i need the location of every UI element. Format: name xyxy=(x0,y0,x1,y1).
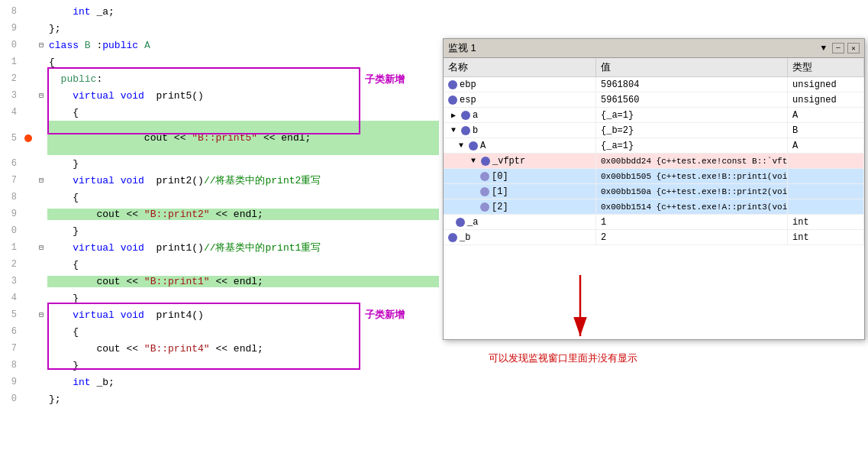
line-number: 1 xyxy=(0,242,21,253)
watch-table: 名称 值 类型 ebp 5961804 unsigned esp 59615 xyxy=(444,58,864,339)
watch-cell-name: [2] xyxy=(444,199,596,214)
code-content: } xyxy=(47,360,439,371)
watch-cell-type: unsigned xyxy=(788,77,864,92)
watch-table-header: 名称 值 类型 xyxy=(444,58,864,77)
watch-cell-name: ▼ _vfptr xyxy=(444,154,596,168)
dot-icon xyxy=(469,141,478,151)
watch-cell-type xyxy=(788,184,864,199)
watch-row-vfptr-1[interactable]: [1] 0x00bb150a {c++test.exe!B::print2(vo… xyxy=(444,184,864,199)
annotation-zilei-1: 子类新增 xyxy=(365,73,405,86)
line-number: 6 xyxy=(0,158,21,169)
watch-cell-type xyxy=(788,154,864,168)
code-line-3a: 3 ⊟ virtual void print5() xyxy=(0,87,439,104)
code-line-4b: 4 } xyxy=(0,290,439,306)
watch-cell-value: {_a=1} xyxy=(596,108,788,122)
line-number: 2 xyxy=(0,73,21,84)
watch-cell-type: A xyxy=(788,138,864,153)
watch-cell-type: int xyxy=(788,215,864,229)
code-content: cout << "B::print2" << endl; xyxy=(47,209,439,220)
dot-icon xyxy=(448,96,457,105)
watch-cell-name: esp xyxy=(444,92,596,107)
breakpoint-marker xyxy=(24,134,32,142)
watch-cell-type: int xyxy=(788,230,864,244)
breakpoint-area xyxy=(21,134,35,142)
line-number: 3 xyxy=(0,90,21,101)
watch-cell-type xyxy=(788,199,864,214)
watch-row-b-b[interactable]: _b 2 int xyxy=(444,230,864,245)
code-content: { xyxy=(47,57,439,68)
watch-cell-value: 5961560 xyxy=(596,92,788,107)
watch-row-ebp[interactable]: ebp 5961804 unsigned xyxy=(444,77,864,92)
dot-icon xyxy=(480,172,489,181)
line-number: 4 xyxy=(0,293,21,303)
code-content: }; xyxy=(47,393,439,405)
code-line-8b: 8 { xyxy=(0,189,439,206)
watch-row-vfptr[interactable]: ▼ _vfptr 0x00bbdd24 {c++test.exe!const B… xyxy=(444,154,864,169)
code-line-8: 8 int _a; xyxy=(0,3,439,20)
code-content: class B :public A xyxy=(47,40,439,51)
watch-cell-value: 0x00bb1514 {c++test.exe!A::print3(voic v… xyxy=(596,199,788,214)
collapse-icon[interactable]: ▼ xyxy=(468,156,479,167)
watch-panel: 监视 1 ▼ — ✕ 名称 值 类型 ebp 5961804 xyxy=(443,38,865,340)
collapse-icon[interactable]: ▼ xyxy=(448,125,459,136)
line-number: 8 xyxy=(0,6,21,17)
dot-icon xyxy=(481,157,490,166)
watch-row-vfptr-2[interactable]: [2] 0x00bb1514 {c++test.exe!A::print3(vo… xyxy=(444,199,864,215)
fold-collapse-icon[interactable]: ⊟ xyxy=(35,40,47,50)
line-number: 1 xyxy=(0,57,21,67)
line-number: 0 xyxy=(0,225,21,236)
annotation-zilei-2: 子类新增 xyxy=(365,308,405,322)
fold-collapse-icon[interactable]: ⊟ xyxy=(35,176,47,185)
line-number: 5 xyxy=(0,309,21,320)
code-content: cout << "B::print1" << endl; xyxy=(47,276,439,287)
header-value: 值 xyxy=(596,58,788,76)
line-number: 9 xyxy=(0,377,21,387)
watch-row-b-A[interactable]: ▼ A {_a=1} A xyxy=(444,138,864,154)
line-number: 4 xyxy=(0,107,21,118)
line-number: 5 xyxy=(0,133,21,144)
code-line-6a: 6 } xyxy=(0,155,439,172)
dot-icon xyxy=(456,218,465,227)
watch-row-b-a[interactable]: _a 1 int xyxy=(444,215,864,230)
fold-collapse-icon[interactable]: ⊟ xyxy=(35,243,47,252)
annotation-text: 可以发现监视窗口里面并没有显示 xyxy=(489,351,637,365)
watch-cell-name: ▼ A xyxy=(444,138,596,153)
watch-row-b[interactable]: ▼ b {_b=2} B xyxy=(444,123,864,138)
line-number: 7 xyxy=(0,175,21,186)
code-line-9: 9 }; xyxy=(0,20,439,37)
watch-controls: ▼ — ✕ xyxy=(821,43,860,53)
code-content: cout << "B::print4" << endl; xyxy=(47,343,439,355)
code-line-7b: 7 cout << "B::print4" << endl; xyxy=(0,340,439,357)
watch-row-esp[interactable]: esp 5961560 unsigned xyxy=(444,92,864,108)
expand-icon[interactable]: ▶ xyxy=(448,110,459,121)
watch-cell-name: ▼ b xyxy=(444,123,596,138)
close-button[interactable]: ✕ xyxy=(847,43,860,53)
watch-cell-name: ebp xyxy=(444,77,596,92)
watch-cell-name: [0] xyxy=(444,169,596,183)
code-content: { xyxy=(47,326,439,338)
minimize-button[interactable]: — xyxy=(832,43,844,53)
header-name: 名称 xyxy=(444,58,596,76)
code-panel: 8 int _a; 9 }; 0 ⊟ class B :public A 1 { xyxy=(0,0,439,476)
code-line-1a: 1 { xyxy=(0,53,439,70)
header-type: 类型 xyxy=(788,58,864,76)
dot-icon xyxy=(448,233,457,242)
code-line-7a: 7 ⊟ virtual void print2()//将基类中的print2重写 xyxy=(0,172,439,189)
watch-cell-type: B xyxy=(788,123,864,138)
dot-icon xyxy=(461,126,470,135)
watch-row-a[interactable]: ▶ a {_a=1} A xyxy=(444,108,864,123)
watch-row-vfptr-0[interactable]: [0] 0x00bb1505 {c++test.exe!B::print1(vo… xyxy=(444,169,864,184)
code-line-4a: 4 { xyxy=(0,104,439,121)
collapse-icon[interactable]: ▼ xyxy=(456,141,466,151)
watch-cell-value: 5961804 xyxy=(596,77,788,92)
watch-cell-value: {_a=1} xyxy=(596,138,788,153)
code-line-5a: 5 cout << "B::print5" << endl; xyxy=(0,121,439,155)
code-content: }; xyxy=(47,23,439,34)
fold-collapse-icon[interactable]: ⊟ xyxy=(35,310,47,319)
watch-cell-name: _b xyxy=(444,230,596,244)
fold-collapse-icon[interactable]: ⊟ xyxy=(35,91,47,100)
dot-icon xyxy=(461,111,470,120)
line-number: 0 xyxy=(0,40,21,50)
pin-button[interactable]: ▼ xyxy=(821,44,826,53)
code-content: { xyxy=(47,107,439,118)
